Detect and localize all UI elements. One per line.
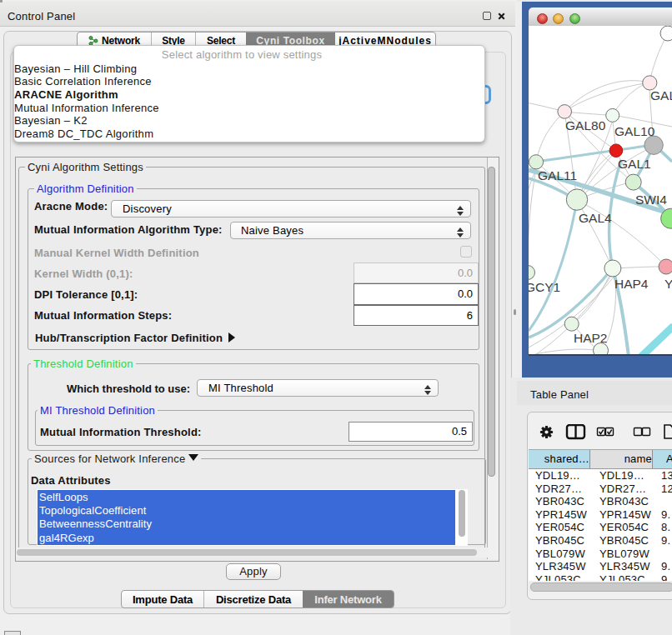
svg-text:HAP4: HAP4 (614, 277, 649, 291)
svg-text:GCY1: GCY1 (529, 280, 560, 294)
svg-text:Y: Y (664, 277, 672, 291)
svg-text:GAL11: GAL11 (538, 168, 577, 182)
svg-text:GAL10: GAL10 (614, 124, 655, 138)
svg-text:HAP2: HAP2 (574, 331, 608, 345)
svg-text:GAL7: GAL7 (650, 88, 672, 102)
svg-text:GAL1: GAL1 (618, 157, 651, 171)
svg-text:GAL80: GAL80 (565, 118, 606, 132)
svg-text:SWI4: SWI4 (635, 192, 667, 207)
svg-text:GAL4: GAL4 (579, 211, 612, 225)
